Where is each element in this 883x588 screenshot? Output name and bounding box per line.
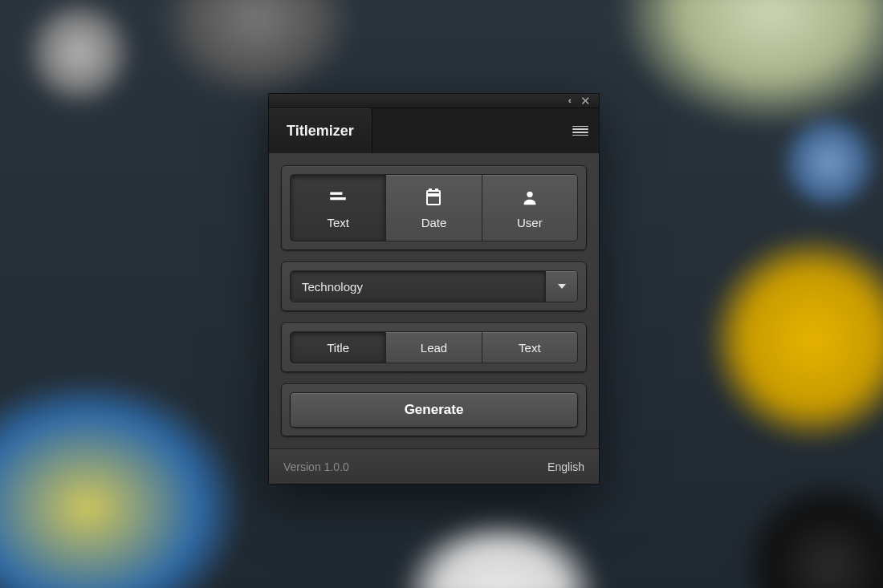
type-tabs-section: Text Date User	[281, 165, 587, 250]
output-tabs-section: Title Lead Text	[281, 322, 587, 372]
tab-user[interactable]: User	[482, 174, 578, 241]
tab-label: User	[517, 216, 543, 229]
menu-icon	[572, 126, 588, 136]
text-lines-icon	[328, 187, 348, 208]
tab-label: Title	[327, 341, 349, 355]
tab-text-output[interactable]: Text	[482, 331, 578, 363]
title-bar: Titlemizer	[269, 108, 599, 153]
tab-label: Lead	[421, 341, 447, 355]
collapse-icon[interactable]: ‹‹	[568, 96, 569, 105]
version-text: Version 1.0.0	[283, 460, 349, 473]
tab-date[interactable]: Date	[386, 174, 482, 241]
chevron-down-icon	[558, 284, 566, 289]
dropdown-toggle[interactable]	[545, 271, 577, 302]
svg-rect-1	[330, 197, 346, 200]
tab-text[interactable]: Text	[290, 174, 386, 241]
language-selector[interactable]: English	[547, 460, 584, 473]
svg-point-2	[527, 191, 532, 197]
svg-rect-0	[330, 192, 342, 194]
tab-label: Text	[327, 216, 349, 229]
type-tabs: Text Date User	[290, 174, 578, 241]
panel-body: Text Date User Technolog	[269, 153, 599, 448]
system-bar: ‹‹ ✕	[269, 94, 599, 108]
tab-label: Text	[519, 341, 541, 355]
tab-lead[interactable]: Lead	[386, 331, 482, 363]
titlemizer-panel: ‹‹ ✕ Titlemizer Text	[268, 93, 600, 485]
output-tabs: Title Lead Text	[290, 331, 578, 363]
category-section: Technology	[281, 262, 587, 311]
tab-label: Date	[421, 216, 447, 229]
tab-title[interactable]: Title	[290, 331, 386, 363]
generate-section: Generate	[281, 383, 587, 436]
category-selected: Technology	[291, 271, 545, 302]
menu-button[interactable]	[562, 108, 599, 153]
app-title: Titlemizer	[287, 123, 354, 140]
generate-button[interactable]: Generate	[290, 392, 578, 428]
user-icon	[519, 187, 540, 208]
panel-footer: Version 1.0.0 English	[269, 448, 599, 484]
app-title-tab: Titlemizer	[269, 108, 372, 153]
category-dropdown[interactable]: Technology	[290, 270, 578, 302]
calendar-icon	[423, 187, 444, 208]
close-icon[interactable]: ✕	[580, 95, 591, 107]
